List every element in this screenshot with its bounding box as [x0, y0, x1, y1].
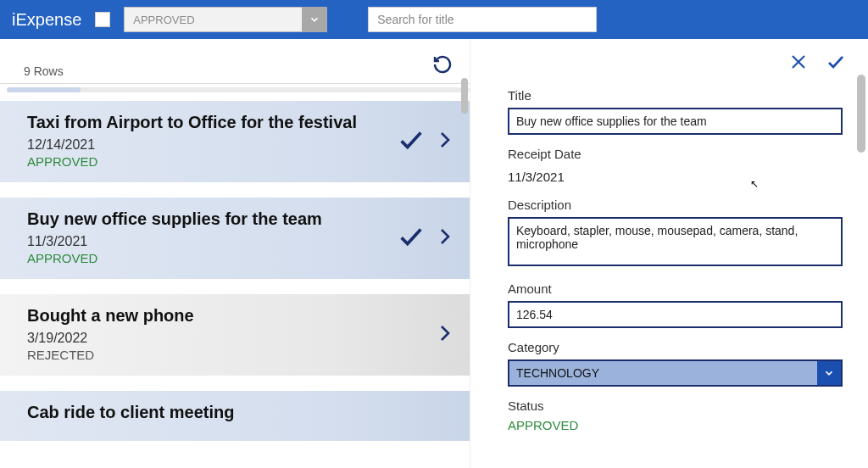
detail-toolbar	[470, 39, 868, 80]
list-progress-track	[7, 87, 470, 92]
list-item[interactable]: Buy new office supplies for the team 11/…	[0, 198, 470, 279]
amount-label: Amount	[508, 281, 843, 296]
list-item[interactable]: Bought a new phone 3/19/2022 REJECTED	[0, 294, 470, 376]
chevron-down-icon	[817, 361, 841, 385]
status-filter-value: APPROVED	[124, 7, 302, 32]
category-value: TECHNOLOGY	[509, 361, 817, 385]
date-value: 11/3/2021	[508, 166, 843, 186]
row-count: 9 Rows	[24, 64, 64, 78]
description-label: Description	[508, 198, 843, 212]
list-toolbar: 9 Rows	[0, 39, 470, 84]
show-all-checkbox[interactable]	[95, 12, 110, 27]
amount-input[interactable]	[508, 301, 843, 328]
refresh-button[interactable]	[432, 54, 453, 78]
list-progress-fill	[7, 87, 81, 92]
title-label: Title	[508, 88, 843, 103]
date-label: Receipt Date	[508, 147, 843, 161]
status-label: Status	[508, 398, 843, 413]
item-date: 3/19/2022	[27, 331, 470, 346]
status-filter-dropdown[interactable]: APPROVED	[124, 7, 327, 32]
item-title: Bought a new phone	[27, 306, 470, 326]
chevron-right-icon[interactable]	[434, 224, 454, 253]
category-select[interactable]: TECHNOLOGY	[508, 359, 843, 387]
expense-list-panel: 9 Rows Taxi from Airport to Office for t…	[0, 39, 470, 468]
item-actions	[397, 125, 454, 158]
check-icon[interactable]	[397, 125, 426, 158]
chevron-right-icon[interactable]	[434, 320, 454, 349]
item-actions	[434, 320, 454, 349]
chevron-right-icon[interactable]	[434, 127, 454, 156]
app-title: iExpense	[12, 10, 81, 30]
check-icon[interactable]	[397, 222, 426, 254]
close-button[interactable]	[788, 52, 809, 75]
search-input[interactable]	[369, 8, 596, 31]
item-status: REJECTED	[27, 348, 470, 362]
description-input[interactable]: Keyboard, stapler, mouse, mousepad, came…	[508, 217, 843, 266]
expense-list: Taxi from Airport to Office for the fest…	[0, 84, 470, 468]
status-value: APPROVED	[508, 418, 843, 432]
chevron-down-icon	[302, 7, 327, 32]
list-item[interactable]: Taxi from Airport to Office for the fest…	[0, 101, 470, 182]
detail-panel: Title Receipt Date 11/3/2021 Description…	[470, 39, 868, 468]
detail-scrollbar[interactable]	[857, 75, 865, 153]
app-header: iExpense APPROVED	[0, 0, 868, 39]
list-scrollbar[interactable]	[461, 78, 468, 114]
item-title: Cab ride to client meeting	[27, 403, 470, 422]
title-input[interactable]	[508, 108, 843, 135]
category-label: Category	[508, 340, 843, 354]
detail-form: Title Receipt Date 11/3/2021 Description…	[470, 80, 868, 432]
item-actions	[397, 222, 454, 254]
search-input-wrapper	[368, 7, 597, 32]
confirm-button[interactable]	[824, 52, 848, 75]
list-item[interactable]: Cab ride to client meeting	[0, 391, 470, 441]
